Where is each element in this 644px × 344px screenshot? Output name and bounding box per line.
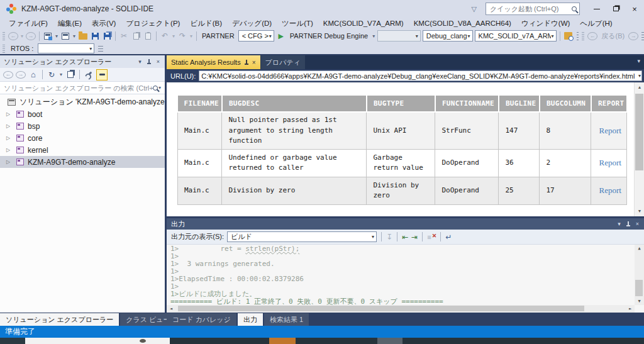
tab-static-analysis-results[interactable]: Static Analysis Results × (167, 55, 260, 69)
scrollbar-thumb[interactable] (635, 280, 643, 296)
navigate-forward-icon[interactable]: → (26, 32, 36, 40)
rtos-combo[interactable]: ▾ (38, 43, 94, 53)
toolbar-overflow-icon[interactable] (98, 45, 103, 52)
expand-arrow-icon[interactable]: ▷ (5, 147, 11, 153)
tree-node-bsp[interactable]: ▷ bsp (0, 120, 165, 132)
toolbar-overflow-icon[interactable] (641, 31, 644, 40)
tab-search-results[interactable]: 検索結果 1 (264, 313, 309, 326)
toolbar-grip[interactable] (3, 44, 5, 53)
pin-icon[interactable] (244, 59, 249, 65)
paste-icon[interactable] (143, 30, 153, 42)
cfg-combo[interactable]: < CFG >▾ (238, 30, 274, 42)
report-link[interactable]: Report (599, 158, 621, 167)
solution-search-box[interactable]: ▾ (0, 82, 165, 94)
new-item-caret-icon[interactable]: ▾ (72, 33, 76, 39)
sync-icon[interactable]: ↻ (47, 69, 57, 80)
quick-launch-box[interactable] (486, 3, 580, 15)
tab-solution-explorer[interactable]: ソリューション エクスプローラー (0, 313, 119, 326)
forward-nav-icon[interactable]: → (628, 32, 638, 40)
minimize-button[interactable] (587, 0, 606, 18)
tree-node-core[interactable]: ▷ core (0, 132, 165, 144)
scroll-down-icon[interactable]: ▼ (635, 297, 644, 305)
debug-engine-caret-icon[interactable]: ▾ (372, 33, 375, 39)
word-wrap-icon[interactable]: ↵ (445, 233, 452, 241)
scroll-right-icon[interactable]: ► (626, 305, 635, 313)
output-horizontal-scrollbar[interactable]: ◄ ► (167, 305, 635, 313)
solution-search-input[interactable] (4, 84, 153, 92)
tab-code-coverage[interactable]: コード カバレッジ (167, 313, 236, 326)
toolbar-grip[interactable] (3, 31, 5, 40)
back-nav-label[interactable]: 戻る(B) (599, 31, 626, 41)
home-icon[interactable]: ⌂ (28, 69, 38, 80)
menu-file[interactable]: ファイル(F) (4, 18, 53, 29)
close-icon[interactable]: × (154, 58, 162, 65)
menu-project[interactable]: プロジェクト(P) (121, 18, 185, 29)
target-platform-combo[interactable]: KMC_SOLID_v7A_ARM▾ (475, 30, 557, 42)
url-input[interactable] (199, 72, 638, 80)
scrollbar-thumb[interactable] (635, 94, 643, 170)
menu-help[interactable]: ヘルプ(H) (575, 18, 617, 29)
navigate-back-icon[interactable]: ← (8, 32, 18, 40)
panel-menu-caret-icon[interactable]: ▾ (136, 58, 144, 65)
menu-edit[interactable]: 編集(E) (53, 18, 87, 29)
save-icon[interactable] (90, 30, 100, 42)
report-link[interactable]: Report (599, 186, 621, 195)
menu-view[interactable]: 表示(V) (87, 18, 121, 29)
show-all-files-icon[interactable] (65, 69, 75, 80)
empty-combo[interactable]: ▾ (377, 30, 421, 42)
new-project-icon[interactable] (43, 30, 53, 42)
feedback-filter-icon[interactable]: ▽ (472, 5, 477, 13)
undo-caret-icon[interactable]: ▾ (172, 33, 175, 39)
pin-icon[interactable] (144, 58, 154, 65)
clear-all-icon[interactable]: ≡✕ (427, 233, 436, 241)
tab-output[interactable]: 出力 (238, 313, 263, 326)
tree-node-boot[interactable]: ▷ boot (0, 108, 165, 120)
menu-build[interactable]: ビルド(B) (185, 18, 227, 29)
expand-arrow-icon[interactable]: ▷ (5, 111, 11, 117)
panel-menu-caret-icon[interactable]: ▾ (615, 221, 623, 227)
tree-node-kzm-a9gt-demo-analyze[interactable]: ▷ KZM-A9GT-demo-analyze (0, 156, 165, 168)
scroll-down-icon[interactable]: ▼ (635, 206, 644, 216)
forward-icon[interactable]: → (16, 71, 26, 79)
redo-caret-icon[interactable]: ▾ (189, 33, 193, 39)
output-vertical-scrollbar[interactable]: ▲ ▼ (635, 245, 644, 305)
close-button[interactable]: × (625, 0, 644, 18)
undo-icon[interactable]: ↶ (160, 30, 170, 42)
tab-overflow-icon[interactable]: ▾ (637, 58, 640, 64)
close-icon[interactable]: × (633, 221, 641, 227)
menu-tools[interactable]: ツール(T) (277, 18, 318, 29)
toolbar-grip[interactable] (582, 31, 584, 40)
toolbar-overflow-icon[interactable] (577, 31, 579, 40)
open-file-icon[interactable] (78, 30, 88, 42)
quick-launch-input[interactable] (490, 5, 572, 13)
menu-debug[interactable]: デバッグ(D) (227, 18, 277, 29)
expand-arrow-icon[interactable]: ▷ (5, 123, 11, 129)
sync-caret-icon[interactable]: ▾ (59, 72, 63, 77)
back-nav-icon[interactable]: ← (587, 32, 597, 40)
output-source-combo[interactable]: ビルド▾ (227, 231, 377, 242)
goto-message-icon[interactable]: ↧ (386, 233, 392, 241)
solution-config-combo[interactable]: Debug_clang▾ (423, 30, 473, 42)
scrollbar-thumb[interactable] (178, 306, 584, 311)
close-tab-icon[interactable]: × (252, 59, 256, 66)
debug-engine-label[interactable]: PARTNER Debug Engine (288, 32, 370, 40)
cut-icon[interactable]: ✂ (119, 30, 129, 42)
maximize-button[interactable] (606, 0, 625, 18)
new-project-caret-icon[interactable]: ▾ (55, 33, 58, 39)
pin-icon[interactable] (623, 221, 633, 227)
report-link[interactable]: Report (599, 126, 621, 135)
expand-arrow-icon[interactable]: ▷ (5, 135, 11, 141)
menu-kmc-v7a[interactable]: KMC(SOLID_V7A_ARM) (318, 18, 409, 29)
menu-kmc-v8a[interactable]: KMC(SOLID_V8A_AARCH64) (409, 18, 516, 29)
tree-node-solution[interactable]: ソリューション 'KZM-A9GT-demo-analyze' (5 プロジェク… (0, 96, 165, 108)
browser-vertical-scrollbar[interactable]: ▲ ▼ (634, 82, 644, 216)
scroll-left-icon[interactable]: ◄ (167, 305, 175, 313)
back-icon[interactable]: ← (3, 71, 13, 79)
tab-properties[interactable]: プロパティ (261, 55, 305, 69)
scroll-up-icon[interactable]: ▲ (635, 245, 644, 252)
prev-message-icon[interactable]: ⇤ (402, 233, 408, 241)
run-debug-icon[interactable]: ▶ (276, 30, 286, 42)
find-in-files-icon[interactable] (564, 30, 574, 42)
url-combo[interactable]: ▾ (199, 70, 642, 81)
tree-node-kernel[interactable]: ▷ kernel (0, 144, 165, 156)
